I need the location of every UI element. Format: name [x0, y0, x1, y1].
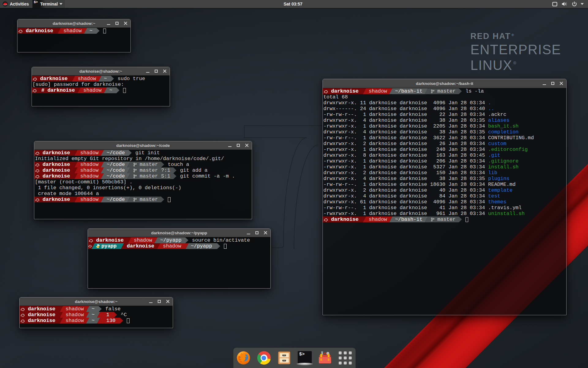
svg-text:darknoise: darknoise: [43, 150, 70, 156]
svg-text:~/bash-it: ~/bash-it: [395, 88, 423, 94]
svg-text:shadow: shadow: [80, 162, 99, 167]
svg-text:~/code: ~/code: [107, 150, 125, 156]
svg-text:?:1: ?:1: [161, 167, 170, 173]
svg-text:~: ~: [92, 312, 95, 318]
svg-text:~/code: ~/code: [107, 173, 125, 179]
svg-text:shadow: shadow: [66, 306, 84, 312]
svg-text:1: 1: [106, 312, 109, 318]
svg-text:shadow: shadow: [63, 28, 82, 34]
svg-text:master: master: [140, 162, 158, 167]
svg-text:darknoise: darknoise: [96, 237, 124, 243]
svg-text:shadow: shadow: [134, 237, 152, 243]
svg-text:~/bash-it: ~/bash-it: [395, 217, 423, 222]
svg-text:darknoise: darknoise: [43, 197, 70, 202]
svg-text:darknoise: darknoise: [43, 173, 70, 179]
svg-text:shadow: shadow: [80, 173, 99, 179]
svg-text:darknoise: darknoise: [40, 76, 68, 82]
svg-text:~: ~: [109, 87, 112, 93]
svg-text:darknoise: darknoise: [127, 243, 154, 249]
svg-text:~: ~: [89, 28, 92, 34]
svg-text:shadow: shadow: [369, 217, 387, 222]
svg-text:~: ~: [92, 318, 95, 324]
svg-text:shadow: shadow: [66, 312, 84, 318]
svg-text:shadow: shadow: [80, 167, 99, 173]
svg-text:darknoise: darknoise: [28, 306, 55, 312]
svg-text:master: master: [140, 167, 158, 173]
svg-text:shadow: shadow: [369, 88, 387, 94]
svg-text:shadow: shadow: [80, 150, 99, 156]
svg-text:shadow: shadow: [83, 87, 102, 93]
svg-text:~/code: ~/code: [107, 167, 125, 173]
svg-text:master: master: [140, 197, 158, 202]
svg-text:~: ~: [92, 306, 95, 312]
svg-text:darknoise: darknoise: [331, 217, 359, 222]
svg-text:darknoise: darknoise: [43, 167, 70, 173]
svg-text:master: master: [437, 217, 456, 222]
svg-text:~/code: ~/code: [107, 197, 125, 202]
svg-text:~: ~: [104, 76, 107, 82]
svg-text:darknoise: darknoise: [43, 162, 70, 167]
svg-text:darknoise: darknoise: [28, 312, 55, 318]
svg-text:S:1: S:1: [161, 173, 170, 179]
svg-text:pyapp: pyapp: [101, 243, 117, 249]
svg-text:~/pyapp: ~/pyapp: [160, 237, 182, 243]
svg-text:~/code: ~/code: [107, 162, 125, 167]
svg-text:master: master: [437, 88, 456, 94]
svg-text:# darknoise: # darknoise: [41, 87, 75, 93]
svg-text:darknoise: darknoise: [28, 318, 55, 324]
svg-text:shadow: shadow: [80, 197, 99, 202]
svg-text:130: 130: [106, 318, 115, 324]
svg-text:shadow: shadow: [163, 243, 181, 249]
svg-text:shadow: shadow: [66, 318, 84, 324]
svg-text:darknoise: darknoise: [331, 88, 359, 94]
svg-text:darknoise: darknoise: [26, 28, 53, 34]
svg-text:~/pyapp: ~/pyapp: [191, 243, 212, 249]
svg-text:shadow: shadow: [78, 76, 96, 82]
svg-text:master: master: [140, 173, 158, 179]
